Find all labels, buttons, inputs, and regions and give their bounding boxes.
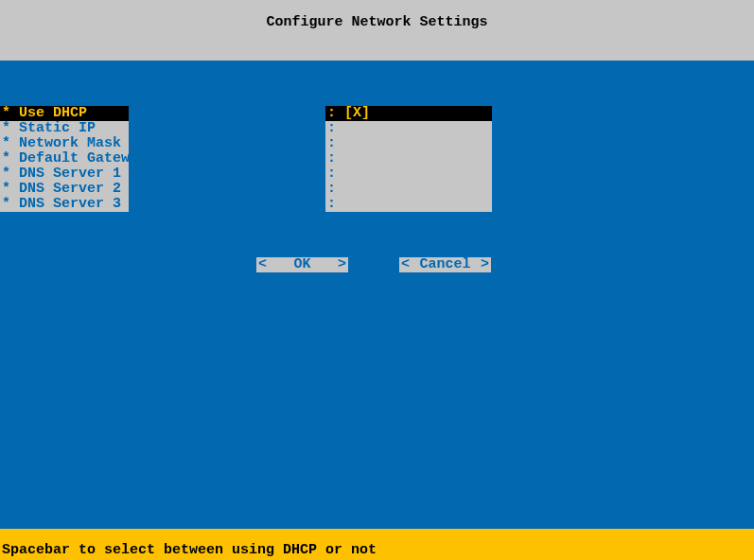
- value-prefix: :: [327, 105, 336, 121]
- menu-item-dns-server-3[interactable]: * DNS Server 3: [0, 197, 129, 212]
- menu-prefix: *: [2, 150, 10, 166]
- cancel-button-label: Cancel: [419, 256, 470, 272]
- settings-menu: * Use DHCP * Static IP * Network Mask * …: [0, 106, 129, 212]
- menu-item-network-mask[interactable]: * Network Mask: [0, 136, 129, 151]
- menu-item-default-gateway[interactable]: * Default Gateway: [0, 151, 129, 166]
- chevron-left-icon: <: [401, 257, 410, 272]
- value-prefix: :: [327, 150, 336, 166]
- value-item-network-mask[interactable]: :: [325, 136, 492, 151]
- menu-item-dns-server-2[interactable]: * DNS Server 2: [0, 182, 129, 197]
- value-text: [X]: [344, 105, 370, 121]
- menu-prefix: *: [2, 196, 10, 212]
- value-item-dns-server-2[interactable]: :: [325, 182, 492, 197]
- value-prefix: :: [327, 166, 336, 182]
- settings-values: : [X] : : : : : :: [325, 106, 492, 212]
- menu-prefix: *: [2, 166, 10, 182]
- menu-label: DNS Server 2: [19, 181, 121, 197]
- value-prefix: :: [327, 181, 336, 197]
- menu-label: DNS Server 1: [19, 166, 121, 182]
- menu-item-static-ip[interactable]: * Static IP: [0, 121, 129, 136]
- header: Configure Network Settings: [0, 0, 754, 61]
- status-bar: Spacebar to select between using DHCP or…: [0, 529, 754, 560]
- cancel-button[interactable]: < Cancel >: [399, 257, 491, 272]
- menu-label: Use DHCP: [19, 105, 87, 121]
- value-item-dns-server-3[interactable]: :: [325, 197, 492, 212]
- menu-item-dns-server-1[interactable]: * DNS Server 1: [0, 166, 129, 182]
- value-item-default-gateway[interactable]: :: [325, 151, 492, 166]
- menu-label: Static IP: [19, 120, 96, 136]
- menu-label: Default Gateway: [19, 150, 147, 166]
- status-text: Spacebar to select between using DHCP or…: [2, 542, 377, 558]
- ok-button[interactable]: < OK >: [256, 257, 348, 272]
- menu-prefix: *: [2, 105, 10, 121]
- menu-label: Network Mask: [19, 135, 121, 151]
- chevron-left-icon: <: [258, 257, 267, 272]
- value-prefix: :: [327, 135, 336, 151]
- chevron-right-icon: >: [338, 257, 346, 272]
- menu-label: DNS Server 3: [19, 196, 121, 212]
- value-prefix: :: [327, 120, 336, 136]
- value-prefix: :: [327, 196, 336, 212]
- menu-prefix: *: [2, 181, 10, 197]
- menu-prefix: *: [2, 135, 10, 151]
- value-item-dns-server-1[interactable]: :: [325, 166, 492, 182]
- value-item-use-dhcp[interactable]: : [X]: [325, 106, 492, 121]
- value-item-static-ip[interactable]: :: [325, 121, 492, 136]
- ok-button-label: OK: [293, 256, 310, 272]
- chevron-right-icon: >: [481, 257, 489, 272]
- menu-item-use-dhcp[interactable]: * Use DHCP: [0, 106, 129, 121]
- page-title: Configure Network Settings: [266, 14, 487, 30]
- menu-prefix: *: [2, 120, 10, 136]
